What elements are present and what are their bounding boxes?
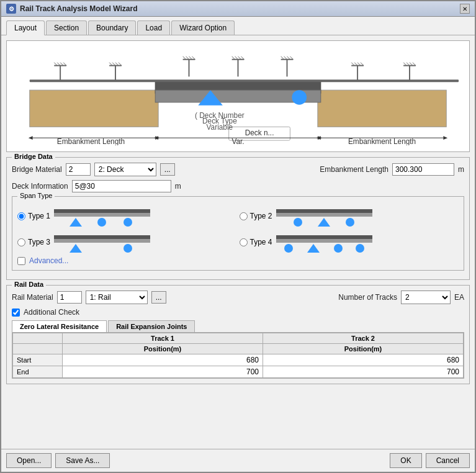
end-track2-input[interactable] bbox=[267, 367, 459, 376]
number-of-tracks-label: Number of Tracks bbox=[338, 293, 397, 302]
tab-load[interactable]: Load bbox=[137, 20, 170, 35]
inner-tabs: Zero Lateral Resisitance Rail Expansion … bbox=[12, 320, 464, 332]
svg-text:Var.: Var. bbox=[231, 137, 244, 145]
type3-radio-label[interactable]: Type 3 bbox=[17, 238, 50, 246]
cancel-button[interactable]: Cancel bbox=[426, 453, 470, 468]
bridge-material-row: Bridge Material 2: Deck ... Embankment L… bbox=[12, 163, 464, 176]
zero-lateral-container: Track 1 Track 2 Position(m) Position(m) … bbox=[12, 332, 464, 379]
svg-marker-68 bbox=[70, 218, 82, 227]
save-as-button[interactable]: Save As... bbox=[55, 453, 110, 468]
type2-radio[interactable] bbox=[240, 212, 248, 220]
close-button[interactable]: ✕ bbox=[460, 4, 470, 14]
deck-information-row: Deck Information m bbox=[12, 180, 464, 192]
app-icon: ⚙ bbox=[6, 4, 16, 14]
track1-header: Track 1 bbox=[63, 333, 263, 344]
main-tabs: Layout Section Boundary Load Wizard Opti… bbox=[1, 17, 475, 35]
svg-point-69 bbox=[97, 218, 106, 227]
diagram-area: Deck n... ( Deck Number Deck Type Variab… bbox=[6, 40, 470, 152]
main-window: ⚙ Rail Track Analysis Model Wizard ✕ Lay… bbox=[0, 0, 476, 473]
type3-radio[interactable] bbox=[17, 238, 25, 246]
advanced-checkbox[interactable] bbox=[17, 257, 25, 265]
tab-wizard-option[interactable]: Wizard Option bbox=[171, 20, 235, 35]
start-track1-input[interactable] bbox=[66, 356, 259, 364]
track2-header: Track 2 bbox=[263, 333, 464, 344]
type4-label: Type 4 bbox=[250, 238, 272, 246]
advanced-button[interactable]: Advanced... bbox=[29, 256, 68, 265]
table-row: End bbox=[13, 366, 464, 378]
type3-diagram bbox=[54, 230, 150, 254]
type1-diagram bbox=[54, 204, 150, 228]
svg-rect-0 bbox=[30, 90, 158, 127]
end-track2-cell[interactable] bbox=[263, 366, 464, 378]
svg-text:Embankment Length: Embankment Length bbox=[57, 137, 125, 145]
type3-label: Type 3 bbox=[28, 238, 50, 246]
bridge-data-group: Bridge Data Bridge Material 2: Deck ... … bbox=[6, 157, 470, 280]
type4-radio-label[interactable]: Type 4 bbox=[240, 238, 272, 246]
bottom-bar: Open... Save As... OK Cancel bbox=[1, 449, 475, 472]
ok-button[interactable]: OK bbox=[390, 453, 421, 468]
rail-material-select[interactable]: 1: Rail bbox=[86, 291, 148, 304]
embankment-length-input[interactable] bbox=[392, 163, 454, 176]
start-track1-cell[interactable] bbox=[63, 354, 263, 366]
svg-text:Embankment Length: Embankment Length bbox=[348, 137, 416, 145]
tab-section[interactable]: Section bbox=[46, 20, 87, 35]
type2-diagram bbox=[276, 204, 372, 228]
track2-sub: Position(m) bbox=[263, 344, 464, 354]
open-button[interactable]: Open... bbox=[6, 453, 52, 468]
titlebar-left: ⚙ Rail Track Analysis Model Wizard bbox=[6, 4, 138, 14]
bridge-material-select[interactable]: 2: Deck bbox=[94, 163, 156, 176]
svg-text:Variable: Variable bbox=[207, 123, 233, 132]
type2-radio-label[interactable]: Type 2 bbox=[240, 212, 272, 220]
track1-sub: Position(m) bbox=[63, 344, 263, 354]
additional-check-checkbox[interactable] bbox=[12, 309, 20, 317]
inner-tab-zero-lateral[interactable]: Zero Lateral Resisitance bbox=[12, 320, 107, 332]
svg-marker-74 bbox=[318, 218, 330, 227]
main-content: Deck n... ( Deck Number Deck Type Variab… bbox=[1, 35, 475, 449]
svg-marker-64 bbox=[443, 136, 447, 140]
tab-layout[interactable]: Layout bbox=[6, 20, 45, 35]
type1-label: Type 1 bbox=[28, 212, 50, 220]
embankment-length-label: Embankment Length bbox=[320, 165, 388, 174]
svg-point-82 bbox=[284, 244, 293, 253]
deck-information-label: Deck Information bbox=[12, 182, 68, 191]
diagram-svg: Deck n... ( Deck Number Deck Type Variab… bbox=[13, 47, 463, 145]
svg-point-84 bbox=[334, 244, 343, 253]
embankment-length-unit: m bbox=[458, 165, 464, 174]
svg-rect-67 bbox=[54, 213, 150, 217]
type4-radio[interactable] bbox=[240, 238, 248, 246]
rail-material-id-input[interactable] bbox=[57, 291, 82, 304]
window-title: Rail Track Analysis Model Wizard bbox=[20, 4, 138, 13]
rail-material-dots-button[interactable]: ... bbox=[151, 291, 166, 304]
additional-check-row: Additional Check bbox=[12, 308, 464, 317]
type1-radio[interactable] bbox=[17, 212, 25, 220]
end-track1-cell[interactable] bbox=[63, 366, 263, 378]
svg-rect-81 bbox=[276, 239, 372, 243]
deck-information-input[interactable] bbox=[72, 180, 171, 192]
svg-text:Deck n...: Deck n... bbox=[245, 128, 274, 137]
svg-rect-77 bbox=[54, 239, 150, 243]
svg-point-79 bbox=[123, 244, 132, 253]
svg-point-73 bbox=[294, 218, 302, 227]
end-track1-input[interactable] bbox=[66, 367, 259, 376]
svg-marker-83 bbox=[307, 244, 320, 253]
span-type-title: Span Type bbox=[17, 192, 55, 199]
number-of-tracks-select[interactable]: 2 1 3 bbox=[401, 291, 451, 304]
number-of-tracks-unit: EA bbox=[454, 293, 464, 302]
start-track2-input[interactable] bbox=[267, 356, 459, 364]
inner-tab-rail-expansion[interactable]: Rail Expansion Joints bbox=[108, 320, 195, 332]
svg-rect-46 bbox=[30, 79, 459, 82]
svg-point-75 bbox=[346, 218, 354, 227]
tab-boundary[interactable]: Boundary bbox=[88, 20, 136, 35]
span-type-2-row: Type 2 bbox=[240, 204, 459, 228]
type1-radio-label[interactable]: Type 1 bbox=[17, 212, 50, 220]
bridge-material-dots-button[interactable]: ... bbox=[160, 163, 175, 176]
rail-data-title: Rail Data bbox=[12, 281, 46, 288]
span-type-3-row: Type 3 bbox=[17, 230, 237, 254]
start-label: Start bbox=[13, 354, 63, 366]
table-row: Start bbox=[13, 354, 464, 366]
bridge-data-title: Bridge Data bbox=[12, 153, 55, 160]
start-track2-cell[interactable] bbox=[263, 354, 464, 366]
bottom-bar-right: OK Cancel bbox=[390, 453, 470, 468]
svg-rect-1 bbox=[318, 90, 446, 127]
bridge-material-id-input[interactable] bbox=[66, 163, 91, 176]
